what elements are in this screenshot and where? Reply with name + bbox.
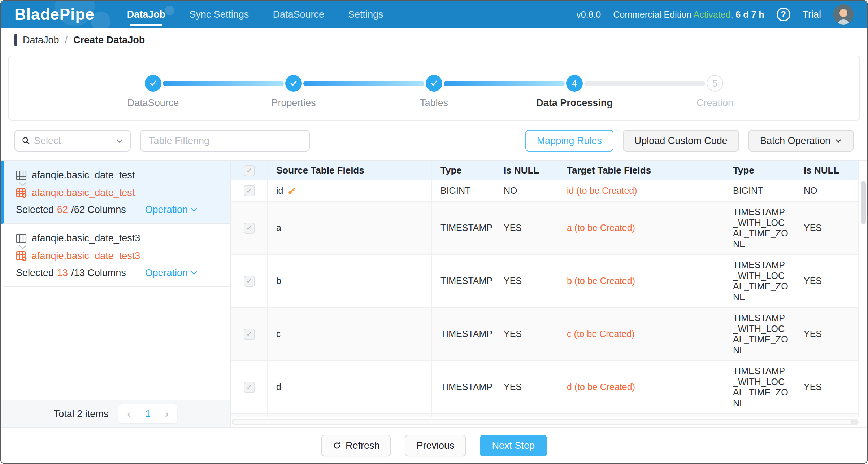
current-page-button[interactable]: 1	[139, 407, 156, 421]
bladepipe-logo: BladePipe	[14, 5, 95, 23]
source-field-cell: e	[268, 414, 432, 417]
target-field-cell: c (to be Created)	[558, 308, 724, 361]
selected-total: /13 Columns	[71, 267, 126, 279]
next-page-button[interactable]: ›	[160, 407, 174, 421]
selected-total: /62 Columns	[71, 204, 126, 215]
nav-item-datajob[interactable]: DataJob	[127, 1, 166, 28]
navbar-right: v0.8.0 Commercial Edition Activated, 6 d…	[576, 4, 854, 25]
operation-label: Operation	[145, 267, 188, 279]
select-input[interactable]	[34, 135, 112, 146]
pagination-total: Total 2 items	[54, 408, 109, 420]
chevron-down-icon	[191, 271, 197, 275]
field-mapping-table: Source Table Fields Type Is NULL Target …	[231, 161, 859, 417]
target-isnull-cell: YES	[795, 202, 859, 255]
help-icon[interactable]: ?	[777, 8, 790, 21]
prev-page-button[interactable]: ‹	[122, 407, 136, 421]
source-isnull-cell: YES	[495, 361, 558, 414]
source-field-name: d	[276, 382, 281, 393]
step-datasource: DataSource	[145, 75, 161, 92]
panel-filler	[1, 287, 230, 400]
trial-link[interactable]: Trial	[803, 9, 821, 20]
table-row[interactable]: e TIMESTAMP YES e (to be Created) TIMEST…	[231, 414, 859, 417]
row-checkbox[interactable]	[244, 185, 255, 196]
selected-columns-summary: Selected 62 /62 Columns	[16, 204, 126, 215]
mapping-rules-button[interactable]: Mapping Rules	[525, 130, 613, 152]
table-mapping-item-1[interactable]: afanqie.basic_date_test afanqie.basic_da…	[1, 161, 230, 224]
step-tables: Tables	[426, 75, 442, 92]
row-checkbox[interactable]	[244, 223, 255, 234]
source-isnull-cell: YES	[495, 308, 558, 361]
upload-custom-code-button[interactable]: Upload Custom Code	[623, 130, 739, 152]
row-checkbox[interactable]	[244, 329, 255, 340]
previous-button[interactable]: Previous	[405, 435, 466, 456]
batch-operation-button[interactable]: Batch Operation	[748, 130, 854, 152]
main-nav: DataJob Sync Settings DataSource Setting…	[127, 1, 383, 28]
row-checkbox[interactable]	[244, 382, 255, 393]
table-row[interactable]: b TIMESTAMP YES b (to be Created) TIMEST…	[231, 255, 859, 308]
chevron-down-icon	[116, 137, 123, 145]
step-connector	[584, 81, 705, 86]
nav-item-sync-settings[interactable]: Sync Settings	[189, 1, 249, 28]
target-isnull-cell: YES	[795, 255, 859, 308]
vertical-scrollbar[interactable]	[861, 181, 866, 416]
breadcrumb-parent[interactable]: DataJob	[23, 35, 59, 46]
step-creation: 5 Creation	[707, 75, 723, 92]
page-title: Create DataJob	[73, 35, 145, 46]
target-field-cell: b (to be Created)	[558, 255, 724, 308]
chevron-down-icon	[191, 208, 197, 212]
source-table-name: afanqie.basic_date_test3	[32, 233, 140, 244]
target-isnull-cell: YES	[795, 414, 859, 417]
table-row[interactable]: a TIMESTAMP YES a (to be Created) TIMEST…	[231, 202, 859, 255]
header-target-isnull: Is NULL	[795, 161, 859, 180]
field-mapping-table-container: Source Table Fields Type Is NULL Target …	[231, 161, 859, 417]
chevron-down-icon	[835, 137, 842, 144]
source-field-cell: d	[268, 361, 432, 414]
batch-operation-label: Batch Operation	[760, 135, 830, 146]
target-type-cell: TIMESTAMP_WITH_LOCAL_TIME_ZONE	[724, 414, 795, 417]
source-isnull-cell: NO	[495, 180, 558, 202]
step-number: 5	[707, 75, 723, 92]
horizontal-scrollbar-thumb[interactable]	[233, 420, 852, 424]
source-field-name: id	[276, 185, 283, 196]
step-properties: Properties	[285, 75, 302, 92]
table-header-row: Source Table Fields Type Is NULL Target …	[231, 161, 859, 180]
operation-dropdown[interactable]: Operation	[145, 267, 197, 279]
horizontal-scrollbar[interactable]	[232, 419, 859, 425]
wizard-stepper: DataSource Properties Tables 4 Data Proc…	[8, 56, 860, 121]
select-dropdown[interactable]	[14, 130, 131, 152]
field-mapping-area: Source Table Fields Type Is NULL Target …	[231, 161, 867, 427]
selected-count: 13	[57, 267, 68, 279]
target-table-name: afanqie.basic_date_test3	[32, 250, 140, 262]
chevron-down-icon	[18, 181, 27, 187]
target-isnull-cell: NO	[795, 180, 859, 202]
toolbar: Mapping Rules Upload Custom Code Batch O…	[14, 130, 854, 152]
table-filter-input[interactable]	[149, 135, 301, 146]
vertical-scrollbar-thumb[interactable]	[861, 181, 866, 224]
avatar-illustration	[833, 4, 854, 25]
next-step-button[interactable]: Next Step	[480, 435, 547, 456]
pager: ‹ 1 ›	[118, 404, 177, 423]
source-type-cell: TIMESTAMP	[432, 202, 495, 255]
step-check-icon	[426, 75, 442, 92]
operation-dropdown[interactable]: Operation	[145, 204, 197, 215]
row-checkbox[interactable]	[244, 276, 255, 287]
table-row[interactable]: d TIMESTAMP YES d (to be Created) TIMEST…	[231, 361, 859, 414]
nav-item-datasource[interactable]: DataSource	[273, 1, 324, 28]
table-row[interactable]: c TIMESTAMP YES c (to be Created) TIMEST…	[231, 308, 859, 361]
table-mapping-item-2[interactable]: afanqie.basic_date_test3 afanqie.basic_d…	[1, 224, 230, 287]
table-filter-box[interactable]	[140, 130, 310, 152]
source-type-cell: BIGINT	[432, 180, 495, 202]
refresh-button[interactable]: Refresh	[321, 435, 391, 456]
step-label: Tables	[420, 97, 448, 109]
table-row[interactable]: id BIGINT NO id (to be Created) BIGINT N…	[231, 180, 859, 202]
header-source-type: Type	[432, 161, 495, 180]
source-type-cell: TIMESTAMP	[432, 255, 495, 308]
select-all-checkbox[interactable]	[244, 165, 255, 176]
version-label: v0.8.0	[576, 9, 601, 20]
nav-item-settings[interactable]: Settings	[348, 1, 383, 28]
table-icon	[16, 170, 27, 180]
source-type-cell: TIMESTAMP	[432, 414, 495, 417]
target-type-cell: TIMESTAMP_WITH_LOCAL_TIME_ZONE	[724, 255, 795, 308]
user-avatar[interactable]	[833, 4, 854, 25]
activation-status: Activated	[694, 9, 731, 19]
